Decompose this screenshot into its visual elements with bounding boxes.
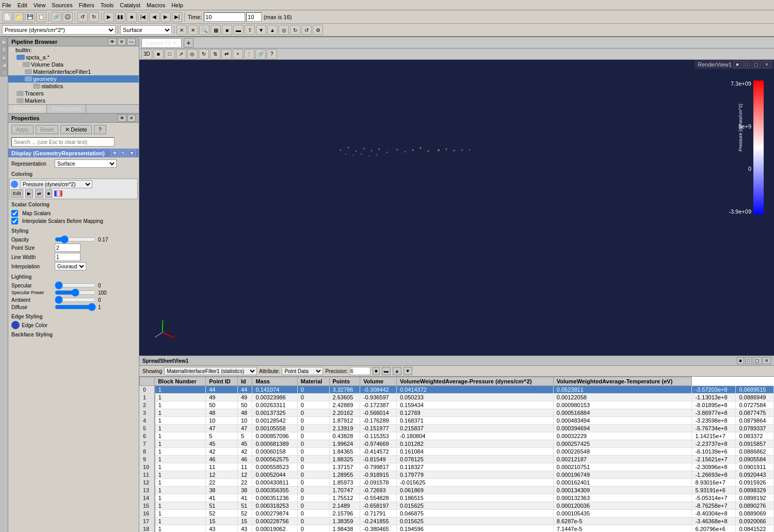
sidebar-icon-1[interactable]: ▶ <box>1 38 8 45</box>
menu-help[interactable]: Help <box>171 2 183 8</box>
col-header-id[interactable]: Id <box>237 377 252 386</box>
menu-filters[interactable]: Filters <box>79 2 94 8</box>
view-btn-5[interactable]: ⇧ <box>245 25 255 35</box>
tree-item-volumedata[interactable]: ▼ Volume Data <box>8 61 139 68</box>
apply-btn[interactable]: Apply <box>11 125 34 134</box>
tree-item-spcta[interactable]: spcta_a.* <box>8 54 139 61</box>
col-header-material[interactable]: Material <box>297 377 329 386</box>
play-btn[interactable]: ▶ <box>104 12 114 22</box>
menu-macros[interactable]: Macros <box>147 2 165 8</box>
col-header-vwa-temp[interactable]: VolumeWeightedAverage-Temperature (eV) <box>553 377 692 386</box>
next-btn[interactable]: ▶ <box>160 12 171 22</box>
view-reset-btn[interactable]: ■ <box>153 49 164 59</box>
table-row[interactable]: 2150500.0026331102.42889-0.1723870.15943… <box>140 401 774 409</box>
new-btn[interactable]: 📄 <box>2 12 12 22</box>
tab-properties[interactable]: Properties <box>8 105 47 113</box>
renderview-btn-2[interactable]: □ <box>743 61 750 68</box>
col-header-mass[interactable]: Mass <box>252 377 297 386</box>
col-header-pointid[interactable]: Point ID <box>206 377 238 386</box>
connect-btn[interactable]: 🔗 <box>51 12 61 22</box>
add-layout-btn[interactable]: + <box>184 38 193 47</box>
edit-coloring-btn[interactable]: Edit <box>11 189 23 198</box>
help-btn[interactable]: ? <box>94 125 106 134</box>
delete-btn[interactable]: ✕ Delete <box>60 125 92 134</box>
table-row[interactable]: 0144440.14107403.32786-0.3084420.0414372… <box>140 386 774 394</box>
properties-search[interactable] <box>11 137 115 147</box>
view-orient-btn[interactable]: ⇄ <box>221 49 232 59</box>
view-btn-6[interactable]: ▼ <box>256 25 266 35</box>
menu-sources[interactable]: Sources <box>52 2 72 8</box>
last-btn[interactable]: ▶| <box>172 12 182 22</box>
col-header-vwa-pressure[interactable]: VolumeWeightedAverage-Pressure (dynes/cm… <box>396 377 553 386</box>
view-btn-3[interactable]: ■ <box>222 25 232 35</box>
table-row[interactable]: 10111110.00055852301.37157-0.7998170.118… <box>140 463 774 471</box>
tree-item-tracers[interactable]: Tracers <box>8 90 139 97</box>
table-row[interactable]: 12122220.00043081101.85973-0.091578-0.01… <box>140 479 774 487</box>
view-camera-btn[interactable]: ◎ <box>187 49 198 59</box>
renderview-btn-3[interactable]: ▢ <box>752 61 761 68</box>
properties-close-btn[interactable]: ✕ <box>127 115 136 122</box>
specular-power-slider[interactable] <box>55 289 96 296</box>
opacity-slider[interactable] <box>55 236 96 243</box>
table-row[interactable]: 14141410.00035123601.75512-0.5548280.186… <box>140 494 774 502</box>
time-step-input[interactable] <box>246 12 262 22</box>
redo-btn[interactable]: ↻ <box>89 12 99 22</box>
menu-view[interactable]: View <box>34 2 46 8</box>
interpolation-select[interactable]: Gouraud <box>55 262 86 270</box>
view-btn-2[interactable]: ✕ <box>188 25 198 35</box>
table-row[interactable]: 61550.00085709600.43828-0.115353-0.18080… <box>140 432 774 440</box>
diffuse-slider[interactable] <box>55 304 96 310</box>
pause-btn[interactable]: ▮▮ <box>115 12 125 22</box>
coloring-btn-3[interactable]: ⇄ <box>35 189 43 198</box>
renderview-close-btn[interactable]: ✕ <box>763 61 771 68</box>
tree-item-statistics[interactable]: statistics <box>8 83 139 90</box>
layout-tab-close[interactable]: ✕ <box>173 40 177 45</box>
tree-item-builtin[interactable]: ▼ builtin: <box>8 46 139 54</box>
display-eye-btn[interactable]: 👁 <box>111 150 119 156</box>
interact-btn[interactable]: ◎ <box>279 25 289 35</box>
display-edit-btn[interactable]: ✎ <box>120 150 127 156</box>
line-width-input[interactable] <box>55 253 80 261</box>
view-arrows-btn[interactable]: ⇅ <box>210 49 220 59</box>
tree-item-markers[interactable]: Markers <box>8 97 139 104</box>
table-row[interactable]: 16152520.00027987402.15796-0.717910.0468… <box>140 510 774 518</box>
sidebar-icon-2[interactable]: ▼ <box>1 46 8 53</box>
ss-toolbar-btn-3[interactable]: ▲ <box>393 367 401 375</box>
zoom-fit-btn[interactable]: ▦ <box>211 25 221 35</box>
table-row[interactable]: 13138380.00035635501.70747-0.726930.0618… <box>140 487 774 494</box>
ss-toolbar-btn-1[interactable]: ■ <box>373 367 379 375</box>
interpolate-scalars-checkbox[interactable] <box>11 218 18 224</box>
layout-tab-1[interactable]: Layout #1 ✕ <box>141 38 182 47</box>
stop-btn[interactable]: ■ <box>126 12 137 22</box>
view-link-btn[interactable]: 🔗 <box>255 49 266 59</box>
point-size-input[interactable] <box>55 244 80 252</box>
ss-btn-1[interactable]: ■ <box>737 357 744 364</box>
view-fit-btn[interactable]: ⇗ <box>176 49 186 59</box>
view-3d-btn[interactable]: 3D <box>141 49 152 59</box>
table-row[interactable]: 3148480.0013732502.20162-0.5660140.12769… <box>140 409 774 417</box>
undo-btn[interactable]: ↺ <box>77 12 88 22</box>
tab-information[interactable]: Information <box>47 105 86 113</box>
ss-btn-3[interactable]: ▢ <box>753 357 762 364</box>
menu-catalyst[interactable]: Catalyst <box>120 2 140 8</box>
pipeline-browser-lock-btn[interactable]: — <box>127 38 136 45</box>
edge-color-swatch[interactable] <box>11 321 20 329</box>
showing-select[interactable]: MaterialInterfaceFilter1 (statistics) <box>164 367 257 375</box>
first-btn[interactable]: |◀ <box>138 12 148 22</box>
table-row[interactable]: 15151510.00031825302.1489-0.6581970.0156… <box>140 502 774 510</box>
prev-btn[interactable]: ◀ <box>149 12 159 22</box>
sidebar-icon-4[interactable]: ◀ <box>1 61 8 69</box>
table-row[interactable]: 17115150.00022875601.38359-0.2418550.015… <box>140 518 774 525</box>
properties-eye-btn[interactable]: 👁 <box>118 115 126 122</box>
ss-toolbar-btn-2[interactable]: ▬ <box>382 367 391 375</box>
table-row[interactable]: 8142420.0006015801.84365-0.4145720.16108… <box>140 448 774 456</box>
view-frame-btn[interactable]: □ <box>165 49 175 59</box>
col-header-blocknum[interactable]: Block Number <box>155 377 206 386</box>
tree-item-geometry[interactable]: geometry <box>8 75 139 83</box>
menu-edit[interactable]: Edit <box>18 2 27 8</box>
sidebar-icon-3[interactable]: ▲ <box>1 54 8 61</box>
tree-item-materialinterface[interactable]: MaterialInterfaceFilter1 <box>8 68 139 75</box>
coloring-array-select[interactable]: Pressure (dynes/cm^2) <box>20 180 92 188</box>
table-row[interactable]: 4110100.0012854201.87912-0.1762890.16837… <box>140 417 774 425</box>
render-view[interactable]: RenderView1 ■ □ ▢ ✕ 7.3e+09 5e+9 0 -3.9e… <box>139 60 774 356</box>
